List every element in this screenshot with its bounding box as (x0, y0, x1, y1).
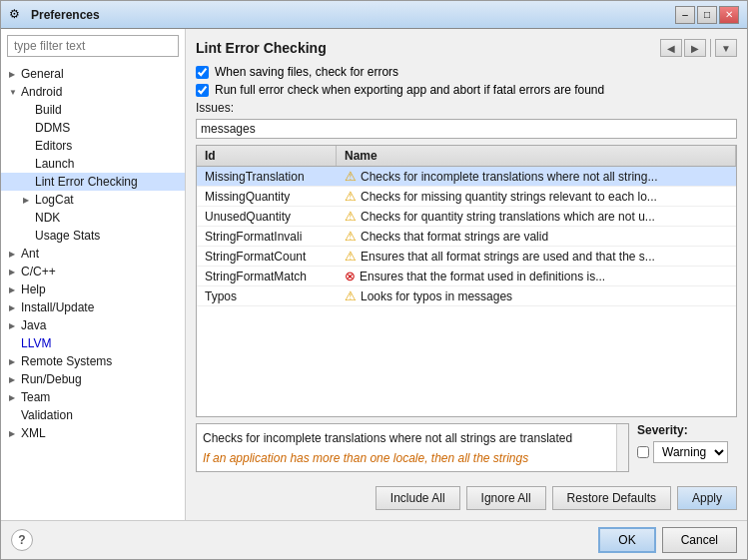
content-panel: Lint Error Checking ◀ ▶ ▼ When saving fi… (186, 29, 747, 520)
tree-label: C/C++ (21, 265, 56, 279)
cell-id: StringFormatCount (197, 248, 337, 266)
tree-label: Install/Update (21, 300, 94, 314)
restore-defaults-button[interactable]: Restore Defaults (552, 486, 671, 510)
filter-text: messages (201, 122, 256, 136)
cell-name: ⚠Checks for missing quantity strings rel… (337, 187, 736, 206)
cell-id: UnusedQuantity (197, 208, 337, 226)
search-input[interactable] (7, 35, 179, 57)
severity-label: Severity: (637, 423, 737, 437)
description-italic: If an application has more than one loca… (203, 451, 622, 465)
cancel-button[interactable]: Cancel (662, 527, 737, 553)
main-content: ▶General▼AndroidBuildDDMSEditorsLaunchLi… (1, 29, 747, 520)
description-box: Checks for incomplete translations where… (196, 423, 629, 472)
table-row[interactable]: UnusedQuantity ⚠Checks for quantity stri… (197, 207, 736, 227)
content-header: Lint Error Checking ◀ ▶ ▼ (196, 39, 737, 57)
table-body: MissingTranslation ⚠Checks for incomplet… (197, 167, 736, 416)
desc-scrollbar[interactable] (616, 424, 628, 471)
sidebar-item-remote-systems[interactable]: ▶Remote Systems (1, 352, 185, 370)
tree-label: NDK (35, 211, 60, 225)
description-text: Checks for incomplete translations where… (203, 430, 622, 447)
table-row[interactable]: Typos ⚠Looks for typos in messages (197, 286, 736, 306)
tree-label: LLVM (21, 336, 51, 350)
window-icon: ⚙ (9, 7, 25, 23)
export-check[interactable] (196, 84, 209, 97)
sidebar-item-ndk[interactable]: NDK (1, 209, 185, 227)
tree-arrow: ▶ (9, 375, 19, 384)
tree-label: Validation (21, 408, 73, 422)
preferences-window: ⚙ Preferences – □ ✕ ▶General▼AndroidBuil… (0, 0, 748, 560)
tree-label: Ant (21, 247, 39, 261)
back-button[interactable]: ◀ (660, 39, 682, 57)
error-icon: ⊗ (345, 269, 356, 283)
minimize-button[interactable]: – (675, 6, 695, 24)
table-header: Id Name (197, 146, 736, 167)
tree-label: LogCat (35, 193, 74, 207)
cell-id: MissingQuantity (197, 188, 337, 206)
sidebar-item-general[interactable]: ▶General (1, 65, 185, 83)
sidebar-item-editors[interactable]: Editors (1, 137, 185, 155)
severity-row: Warning Error Info Ignore (637, 441, 737, 463)
tree-label: General (21, 67, 64, 81)
severity-checkbox[interactable] (637, 446, 649, 458)
save-check[interactable] (196, 66, 209, 79)
table-row[interactable]: MissingQuantity ⚠Checks for missing quan… (197, 187, 736, 207)
warn-icon: ⚠ (345, 209, 357, 224)
cell-id: StringFormatInvali (197, 228, 337, 246)
sidebar-item-cpp[interactable]: ▶C/C++ (1, 263, 185, 280)
cell-id: Typos (197, 287, 337, 305)
export-check-label: Run full error check when exporting app … (215, 83, 604, 97)
tree-label: XML (21, 426, 46, 440)
cell-id: StringFormatMatch (197, 268, 337, 285)
cell-name: ⚠Ensures that all format strings are use… (337, 247, 736, 266)
cell-name: ⚠Looks for typos in messages (337, 286, 736, 305)
button-row: Include All Ignore All Restore Defaults … (196, 480, 737, 510)
sidebar-item-ant[interactable]: ▶Ant (1, 245, 185, 263)
search-box (7, 35, 179, 57)
sidebar-item-install-update[interactable]: ▶Install/Update (1, 298, 185, 316)
issues-label: Issues: (196, 101, 737, 115)
sidebar-item-team[interactable]: ▶Team (1, 388, 185, 406)
bottom-panel: Checks for incomplete translations where… (196, 423, 737, 472)
help-button[interactable]: ? (11, 529, 33, 551)
tree-label: Team (21, 390, 50, 404)
col-name: Name (337, 146, 736, 166)
warn-icon: ⚠ (345, 189, 357, 204)
table-row[interactable]: StringFormatMatch ⊗Ensures that the form… (197, 267, 736, 286)
table-row[interactable]: StringFormatCount ⚠Ensures that all form… (197, 247, 736, 267)
sidebar-item-logcat[interactable]: ▶LogCat (1, 191, 185, 209)
tree-arrow: ▼ (9, 88, 19, 97)
sidebar-item-ddms[interactable]: DDMS (1, 119, 185, 137)
tree-arrow: ▶ (23, 196, 33, 205)
table-row[interactable]: StringFormatInvali ⚠Checks that format s… (197, 227, 736, 247)
include-all-button[interactable]: Include All (375, 486, 460, 510)
maximize-button[interactable]: □ (697, 6, 717, 24)
forward-button[interactable]: ▶ (684, 39, 706, 57)
sidebar-item-help[interactable]: ▶Help (1, 280, 185, 298)
tree-label: DDMS (35, 121, 70, 135)
filter-box: messages (196, 119, 737, 139)
issues-table: Id Name MissingTranslation ⚠Checks for i… (196, 145, 737, 417)
tree-label: Launch (35, 157, 74, 171)
sidebar-item-java[interactable]: ▶Java (1, 316, 185, 334)
sidebar-item-usage-stats[interactable]: Usage Stats (1, 227, 185, 245)
ok-button[interactable]: OK (598, 527, 655, 553)
sidebar-item-lint-error-checking[interactable]: Lint Error Checking (1, 173, 185, 191)
sidebar-item-validation[interactable]: Validation (1, 406, 185, 424)
cell-id: MissingTranslation (197, 168, 337, 186)
sidebar-item-xml[interactable]: ▶XML (1, 424, 185, 442)
sidebar-item-llvm[interactable]: LLVM (1, 334, 185, 352)
nav-buttons: ◀ ▶ ▼ (660, 39, 737, 57)
close-button[interactable]: ✕ (719, 6, 739, 24)
ignore-all-button[interactable]: Ignore All (466, 486, 546, 510)
bottom-buttons: OK Cancel (598, 527, 737, 553)
severity-select[interactable]: Warning Error Info Ignore (653, 441, 728, 463)
sidebar-item-android[interactable]: ▼Android (1, 83, 185, 101)
sidebar-item-launch[interactable]: Launch (1, 155, 185, 173)
tree-label: Android (21, 85, 62, 99)
sidebar-item-run-debug[interactable]: ▶Run/Debug (1, 370, 185, 388)
table-row[interactable]: MissingTranslation ⚠Checks for incomplet… (197, 167, 736, 187)
col-id: Id (197, 146, 337, 166)
menu-button[interactable]: ▼ (715, 39, 737, 57)
apply-button[interactable]: Apply (677, 486, 737, 510)
sidebar-item-build[interactable]: Build (1, 101, 185, 119)
